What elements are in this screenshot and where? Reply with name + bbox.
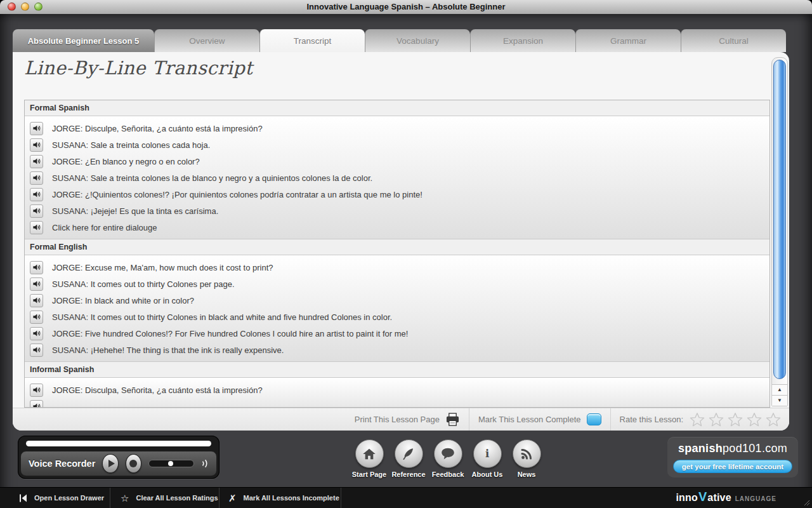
dock-item-feedback[interactable]: Feedback (428, 439, 468, 478)
recorder-play-button[interactable] (102, 454, 118, 473)
audio-play-button[interactable] (30, 221, 43, 234)
transcript-line-text: JORGE: ¿!Quinientos colones!? ¡Por quini… (52, 190, 422, 199)
print-lesson-button[interactable]: Print This Lesson Page (355, 413, 460, 426)
footer-divider (469, 408, 469, 431)
footer-divider (610, 408, 611, 431)
audio-play-button[interactable] (30, 204, 43, 218)
star-outline-icon: ☆ (121, 493, 129, 503)
speaker-icon (32, 223, 41, 232)
logo-v-mark: V (698, 490, 707, 504)
lesson-footer-bar: Print This Lesson Page Mark This Lesson … (13, 408, 789, 431)
brand-name-rest: pod101.com (723, 442, 787, 455)
logo-text: ative (707, 492, 731, 504)
scroll-up-button[interactable]: ▲ (772, 384, 787, 395)
audio-play-button[interactable] (30, 171, 43, 185)
transcript-line: JORGE: In black and white or in color? (25, 292, 769, 309)
section-body-informal-spanish: JORGE: Disculpa, Señorita, ¿a cuánto est… (25, 378, 769, 408)
drawer-icon (19, 494, 27, 502)
recorder-volume-slider[interactable] (148, 460, 194, 467)
close-window-button[interactable] (8, 3, 16, 11)
dock-item-start-page[interactable]: Start Page (350, 439, 389, 478)
audio-play-button[interactable] (30, 277, 43, 291)
transcript-line: SUSANA: ¡Hehehe! The thing is that the i… (25, 342, 769, 358)
brand-promo-panel: spanishpod101.com get your free lifetime… (667, 437, 798, 478)
speaker-icon (32, 157, 41, 166)
audio-play-button[interactable] (30, 400, 43, 408)
audio-play-button[interactable] (30, 138, 43, 152)
transcript-line: SUSANA: It comes out to thirty Colones p… (25, 276, 769, 292)
speaker-icon (32, 190, 41, 199)
transcript-line-text: SUSANA: It comes out to thirty Colones i… (52, 312, 392, 322)
dock-item-reference[interactable]: Reference (389, 439, 428, 478)
transcript-line-text: JORGE: Five hundred Colones!? For Five h… (52, 329, 408, 338)
svg-text:i: i (485, 448, 489, 460)
audio-play-button[interactable] (30, 327, 43, 340)
speaker-icon (32, 140, 41, 149)
title-bar[interactable]: Innovative Language Spanish – Absolute B… (0, 0, 812, 15)
dock-item-label: Feedback (432, 471, 464, 478)
entire-dialogue-link[interactable]: Click here for entire dialouge (52, 223, 157, 232)
brand-name-bold: spanish (678, 442, 723, 455)
star-icon[interactable] (708, 411, 724, 428)
recorder-progress-bar[interactable] (26, 441, 211, 446)
audio-play-button[interactable] (30, 344, 43, 357)
audio-play-button[interactable] (30, 294, 43, 307)
home-icon (355, 439, 384, 468)
star-icon[interactable] (727, 411, 743, 428)
mark-complete-group[interactable]: Mark This Lesson Complete (478, 413, 601, 425)
scrollbar-track[interactable]: ▲ ▼ (771, 57, 788, 406)
clear-ratings-button[interactable]: ☆ Clear All Lesson Ratings (110, 488, 219, 508)
dock-item-about-us[interactable]: i About Us (468, 439, 507, 478)
scroll-down-button[interactable]: ▼ (772, 395, 787, 406)
tab-cultural[interactable]: Cultural (681, 29, 786, 52)
dock-nav: Start Page Reference Feedback i (350, 439, 546, 478)
audio-play-button[interactable] (30, 188, 43, 201)
printer-icon (445, 413, 460, 426)
play-icon (108, 460, 115, 467)
tab-vocabulary[interactable]: Vocabulary (365, 29, 470, 52)
brand-name: spanishpod101.com (678, 442, 787, 455)
tab-lesson-title[interactable]: Absolute Beginner Lesson 5 (13, 29, 154, 52)
star-icon[interactable] (765, 411, 782, 428)
audio-play-button[interactable] (30, 261, 43, 274)
speaker-icon (32, 173, 41, 182)
logo-text: inno (676, 492, 698, 504)
audio-play-button[interactable] (30, 311, 43, 324)
dock-item-news[interactable]: News (507, 439, 546, 478)
tab-strip: Absolute Beginner Lesson 5 Overview Tran… (13, 29, 786, 52)
tab-expansion[interactable]: Expansion (470, 29, 575, 52)
speaker-icon (32, 385, 41, 394)
section-body-formal-english: JORGE: Excuse me, Ma'am, how much does i… (25, 255, 769, 362)
speaker-icon (32, 263, 41, 272)
rating-stars (689, 411, 782, 428)
speaker-icon (32, 279, 41, 288)
free-account-button[interactable]: get your free lifetime account (673, 460, 792, 473)
info-icon: i (473, 439, 502, 468)
audio-play-button[interactable] (30, 122, 43, 135)
logo-subtext: LANGUAGE (735, 495, 776, 502)
transcript-line: JORGE: Excuse me, Ma'am, how much does i… (25, 259, 769, 276)
dock-item-label: About Us (472, 471, 503, 478)
transcript-line: JORGE: Five hundred Colones!? For Five h… (25, 325, 769, 342)
zoom-window-button[interactable] (34, 3, 43, 11)
audio-play-button[interactable] (30, 384, 43, 397)
resize-grip[interactable] (802, 498, 810, 506)
scrollbar-thumb[interactable] (773, 60, 786, 379)
tab-grammar[interactable]: Grammar (575, 29, 681, 52)
dock-item-label: Reference (391, 471, 425, 478)
open-lesson-drawer-button[interactable]: Open Lesson Drawer (0, 488, 110, 508)
audio-play-button[interactable] (30, 155, 43, 168)
star-icon[interactable] (746, 411, 763, 428)
tab-overview[interactable]: Overview (154, 29, 259, 52)
transcript-line-text: JORGE: Disculpa, Señorita, ¿a cuánto est… (52, 385, 263, 395)
transcript-line-text: JORGE: Disculpe, Señorita, ¿a cuánto est… (52, 124, 263, 133)
speaker-icon (32, 296, 41, 305)
volume-slider-thumb[interactable] (168, 461, 173, 466)
recorder-record-button[interactable] (126, 454, 141, 473)
voice-recorder-label: Voice Recorder (29, 458, 95, 469)
mark-complete-toggle[interactable] (587, 413, 601, 425)
tab-transcript[interactable]: Transcript (259, 29, 365, 52)
mark-incomplete-button[interactable]: ✗ Mark All Lessons Incomplete (219, 488, 341, 508)
minimize-window-button[interactable] (21, 3, 29, 11)
star-icon[interactable] (689, 411, 705, 428)
